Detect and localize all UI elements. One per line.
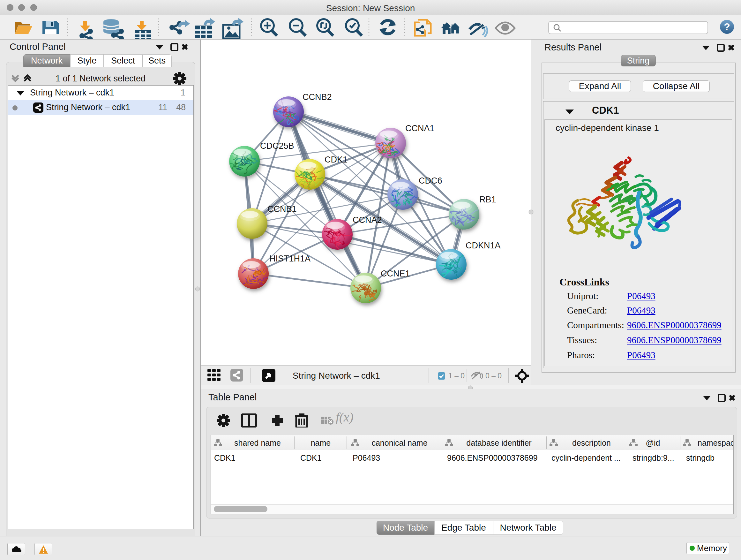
- svg-text:CDK1: CDK1: [325, 155, 347, 165]
- svg-text:?: ?: [724, 21, 730, 33]
- svg-text:CCNE1: CCNE1: [381, 269, 410, 278]
- svg-text:CCNA1: CCNA1: [405, 124, 434, 133]
- svg-text:CCNB1: CCNB1: [267, 204, 297, 214]
- svg-text:CDC25B: CDC25B: [260, 141, 294, 151]
- svg-text:HIST1H1A: HIST1H1A: [269, 254, 311, 263]
- svg-text:CDKN1A: CDKN1A: [466, 241, 501, 250]
- svg-text:CDC6: CDC6: [419, 176, 442, 186]
- svg-text:RB1: RB1: [479, 195, 496, 204]
- svg-text:CCNB2: CCNB2: [302, 92, 332, 102]
- svg-text:CCNA2: CCNA2: [353, 215, 382, 225]
